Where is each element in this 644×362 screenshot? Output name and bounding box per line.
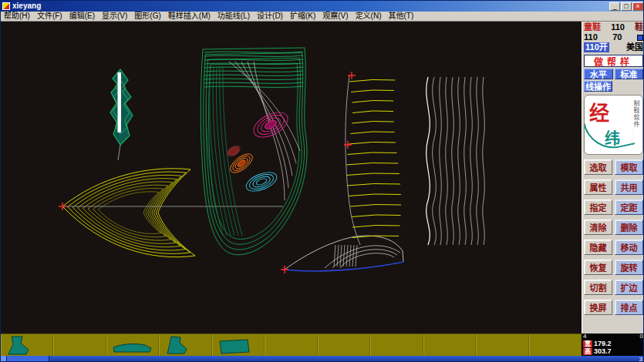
thumbnail-cell-2-flat-sole[interactable] [106, 334, 159, 356]
make-pattern-button[interactable]: 做帮样 [584, 55, 643, 67]
menu-item-0[interactable]: 帮助(H) [4, 12, 30, 21]
tool-button-assign[interactable]: 指定 [584, 199, 612, 215]
menu-item-11[interactable]: 其他(T) [389, 12, 414, 21]
count-bottom-right: 3 [639, 357, 642, 362]
app-icon [2, 2, 10, 10]
size-num-2: 70 [612, 32, 622, 42]
window-title: xieyang [12, 2, 609, 11]
window-titlebar: xieyang _ □ × [1, 1, 644, 12]
tool-button-expand-edge[interactable]: 扩边 [615, 280, 643, 295]
menu-item-10[interactable]: 定义(N) [356, 12, 382, 21]
menu-item-1[interactable]: 文件(F) [37, 12, 62, 21]
width-value: 179.2 [594, 340, 612, 347]
tool-row-4: 隐藏移动 [584, 240, 643, 255]
mode-button-standard[interactable]: 标准 [615, 69, 644, 79]
wireframe-drawing [1, 22, 582, 334]
flat-sole-thumbnail-icon [111, 335, 154, 356]
application-window: xieyang _ □ × 帮助(H)文件(F)编辑(E)显示(V)图形(G)鞋… [0, 0, 644, 362]
boot-upper-thumbnail-icon [5, 335, 49, 356]
menu-item-7[interactable]: 设计(D) [257, 12, 283, 21]
shoe-info-row-2: 110 70 [584, 32, 643, 42]
logo-character-1: 经 [589, 97, 609, 126]
mode-button-row: 水平标准 [584, 69, 643, 79]
brand-logo: 经 纬 制鞋软件 [584, 95, 643, 155]
menu-item-9[interactable]: 观察(V) [322, 12, 348, 21]
right-panel: 童鞋 110 鞋 110 70 110开 美国 做帮样 水平标准 线操作 经 纬… [582, 22, 644, 334]
shoe-size-value: 110 [611, 22, 625, 32]
shoe-unit-label: 鞋 [635, 22, 643, 32]
close-button[interactable]: × [632, 2, 643, 11]
thumbnail-strip [1, 334, 582, 356]
thumbnail-cell-10-empty[interactable] [529, 334, 582, 356]
tool-button-properties[interactable]: 属性 [584, 179, 612, 195]
line-op-row: 线操作 [584, 81, 643, 92]
mode-button-horizontal[interactable]: 水平 [584, 69, 613, 79]
thumbnail-cell-9-empty[interactable] [476, 334, 528, 356]
line-operation-button[interactable]: 线操作 [584, 81, 612, 92]
tool-button-fix-distance[interactable]: 定距 [615, 199, 643, 215]
width-row: 宽 179.2 [583, 340, 643, 347]
thumbnail-cell-3-high-boot[interactable] [159, 334, 211, 356]
tool-button-move[interactable]: 移动 [615, 240, 643, 255]
tool-button-clear[interactable]: 清除 [584, 220, 612, 235]
bottom-bar-segment-a [1, 356, 7, 362]
height-value: 303.7 [594, 347, 612, 355]
menu-item-3[interactable]: 显示(V) [102, 12, 127, 21]
tool-row-2: 指定定距 [584, 199, 643, 215]
tool-button-mold-pick[interactable]: 模取 [615, 159, 643, 175]
region-label: 美国 [626, 42, 643, 52]
logo-character-2: 纬 [605, 126, 620, 149]
tool-button-select[interactable]: 选取 [584, 159, 612, 175]
tool-row-6: 切割扩边 [584, 280, 643, 295]
count-top-left: 4 [583, 334, 586, 340]
tool-button-switch-screen[interactable]: 换屏 [584, 300, 612, 315]
tool-row-0: 选取模取 [584, 159, 643, 175]
minimize-button[interactable]: _ [609, 2, 620, 11]
tool-row-5: 恢复旋转 [584, 260, 643, 275]
design-canvas[interactable] [1, 22, 582, 334]
block-piece-thumbnail-icon [217, 335, 260, 356]
shoe-info-row-1: 童鞋 110 鞋 [584, 22, 643, 32]
bottom-bar: 3 [1, 356, 644, 362]
thumbnail-cell-6-empty[interactable] [318, 334, 370, 356]
tool-row-3: 清除删除 [584, 220, 643, 235]
bottom-bar-segment-b [7, 356, 49, 362]
tool-row-1: 属性共用 [584, 179, 643, 195]
thumbnail-cell-1-empty[interactable] [53, 334, 106, 356]
menu-item-4[interactable]: 图形(G) [134, 12, 160, 21]
shoe-info-row-3: 110开 美国 [584, 42, 643, 52]
height-row: 高 303.7 [583, 347, 643, 355]
menu-bar: 帮助(H)文件(F)编辑(E)显示(V)图形(G)鞋样插入(M)功能线(L)设计… [1, 12, 644, 22]
count-top-right: 0 [640, 334, 643, 340]
tool-button-restore[interactable]: 恢复 [584, 260, 612, 275]
tool-row-7: 换屏排点 [584, 300, 643, 315]
status-counts: 4 0 [583, 334, 643, 340]
menu-item-8[interactable]: 扩缩(K) [290, 12, 315, 21]
status-panel: 4 0 宽 179.2 高 303.7 [582, 334, 644, 356]
tool-button-delete[interactable]: 删除 [615, 220, 643, 235]
shoe-type-label: 童鞋 [584, 22, 601, 32]
tool-button-cut[interactable]: 切割 [584, 280, 612, 295]
width-label: 宽 [583, 340, 592, 347]
tool-button-rotate[interactable]: 旋转 [615, 260, 643, 275]
thumbnail-cell-4-block-piece[interactable] [212, 334, 265, 356]
tool-button-hide[interactable]: 隐藏 [584, 240, 612, 255]
height-label: 高 [583, 348, 592, 355]
thumbnail-cell-7-empty[interactable] [370, 334, 423, 356]
tool-button-grid: 选取模取属性共用指定定距清除删除隐藏移动恢复旋转切割扩边换屏排点 [584, 159, 643, 315]
size-num-1: 110 [584, 32, 598, 42]
thumbnail-cell-8-empty[interactable] [423, 334, 476, 356]
size-open-chip[interactable]: 110开 [584, 42, 609, 52]
tool-button-share[interactable]: 共用 [615, 179, 643, 195]
thumbnail-cell-5-empty[interactable] [265, 334, 317, 356]
tool-button-arrange-points[interactable]: 排点 [615, 300, 643, 315]
color-swatch[interactable] [637, 35, 643, 41]
menu-item-5[interactable]: 鞋样插入(M) [168, 12, 211, 21]
menu-item-6[interactable]: 功能线(L) [217, 12, 250, 21]
high-boot-thumbnail-icon [164, 335, 207, 356]
thumbnail-cell-0-boot-upper[interactable] [1, 334, 53, 356]
logo-subtitle: 制鞋软件 [632, 100, 640, 128]
maximize-button[interactable]: □ [621, 2, 632, 11]
menu-item-2[interactable]: 编辑(E) [69, 12, 95, 21]
